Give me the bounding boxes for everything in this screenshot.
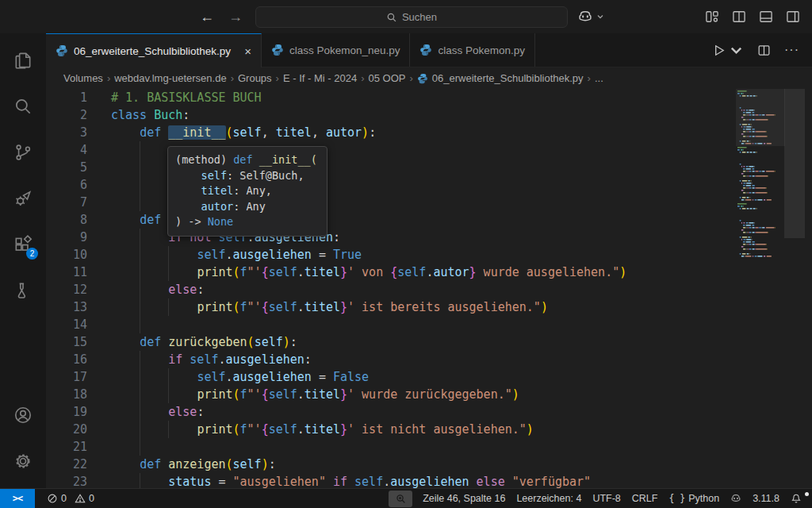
- breadcrumb-item[interactable]: E - If - Mi - 2024: [283, 72, 357, 84]
- indent-guide: [168, 298, 169, 316]
- code-line[interactable]: 15 def zurückgeben(self):: [46, 333, 812, 351]
- toggle-panel-icon[interactable]: [758, 9, 774, 25]
- text: (method): [175, 153, 233, 166]
- code-line[interactable]: 16 if self.ausgeliehen:: [46, 351, 812, 368]
- screenshot-zoom-indicator[interactable]: [389, 491, 412, 507]
- variable: self: [233, 457, 262, 471]
- bracket: ): [619, 265, 626, 279]
- text: [469, 475, 477, 488]
- fstring-brace: }: [340, 300, 347, 314]
- code-line[interactable]: 17 self.ausgeliehen = False: [46, 368, 812, 386]
- tab-pokemon-neu[interactable]: class Pokemon_neu.py: [262, 33, 411, 67]
- minimap-slider[interactable]: [736, 89, 785, 146]
- self-keyword: self: [197, 370, 225, 384]
- code-line[interactable]: 18 print(f"'{self.titel}' wurde zurückge…: [46, 386, 812, 403]
- code-line[interactable]: 11 print(f"'{self.titel}' von {self.auto…: [46, 264, 812, 281]
- self-keyword: self: [269, 422, 297, 437]
- indent-guide: [140, 421, 140, 438]
- code-line[interactable]: 22 def anzeigen(self):: [46, 456, 812, 473]
- explorer-icon[interactable]: [4, 41, 42, 79]
- line-number: 14: [46, 316, 87, 333]
- language-mode[interactable]: { } Python: [663, 493, 725, 504]
- code-line[interactable]: 4: [46, 141, 812, 159]
- indent-guide: [140, 159, 140, 176]
- magnifier-plus-icon: [396, 494, 406, 504]
- keyword: def: [140, 335, 161, 349]
- tab-pokemon[interactable]: class Pokemon.py: [410, 33, 535, 67]
- run-python-file-button[interactable]: [711, 43, 744, 58]
- command-center-search[interactable]: Suchen: [255, 6, 568, 28]
- search-view-icon[interactable]: [4, 87, 42, 125]
- bracket: ): [362, 125, 369, 140]
- tab-label: 06_erweiterte_Schulbibliothek.py: [74, 45, 231, 57]
- encoding-setting[interactable]: UTF-8: [587, 493, 626, 504]
- line-number: 1: [46, 89, 87, 106]
- line-number: 2: [46, 106, 87, 124]
- bracket: (: [233, 422, 240, 437]
- forward-icon[interactable]: →: [228, 10, 243, 24]
- function-name: __init__(: [259, 153, 317, 166]
- notifications-bell[interactable]: [785, 493, 807, 504]
- text: .: [297, 387, 304, 402]
- indent-guide: [140, 176, 140, 194]
- bracket: (: [247, 335, 255, 349]
- code-line[interactable]: 9 if not self.ausgeliehen:: [46, 229, 812, 246]
- problems-indicator[interactable]: 0 0: [41, 493, 100, 504]
- line-number: 3: [46, 124, 87, 141]
- python-icon: [419, 44, 432, 56]
- python-interpreter-version[interactable]: 3.11.8: [747, 493, 785, 504]
- cursor-position[interactable]: Zeile 46, Spalte 16: [417, 493, 511, 504]
- more-actions-icon[interactable]: ···: [784, 43, 799, 57]
- breadcrumb-item[interactable]: ...: [595, 72, 603, 84]
- remote-indicator[interactable]: ><: [0, 489, 35, 508]
- split-editor-icon[interactable]: [756, 43, 772, 58]
- code-line[interactable]: 13 print(f"'{self.titel}' ist bereits au…: [46, 298, 812, 316]
- breadcrumb-item[interactable]: webdav.lmg-uetersen.de: [114, 72, 226, 84]
- code-line[interactable]: 12 else:: [46, 281, 812, 298]
- code-line[interactable]: 20 print(f"'{self.titel}' ist nicht ausg…: [46, 421, 812, 438]
- copilot-status[interactable]: [725, 493, 747, 504]
- split-editor-icon[interactable]: [731, 9, 747, 25]
- account-icon[interactable]: [4, 396, 42, 434]
- indent-guide: [140, 438, 140, 456]
- line-number: 19: [46, 403, 87, 421]
- indentation-setting[interactable]: Leerzeichen: 4: [511, 493, 587, 504]
- tab-schulbibliothek[interactable]: 06_erweiterte_Schulbibliothek.py ×: [46, 33, 262, 67]
- breadcrumb-item[interactable]: Groups: [238, 72, 272, 84]
- code-line[interactable]: 1# 1. BASISKLASSE BUCH: [46, 89, 812, 106]
- run-debug-icon[interactable]: [4, 179, 42, 217]
- text: [147, 108, 154, 122]
- close-tab-icon[interactable]: ×: [244, 44, 251, 58]
- extensions-icon[interactable]: 2: [4, 225, 42, 264]
- code-line[interactable]: 19 else:: [46, 403, 812, 421]
- back-icon[interactable]: ←: [200, 10, 214, 24]
- keyword: def: [233, 153, 252, 166]
- indent-guide: [168, 246, 169, 264]
- code-line[interactable]: 6: [46, 176, 812, 194]
- vertical-scrollbar[interactable]: [784, 89, 805, 238]
- breadcrumb-item[interactable]: 05 OOP: [369, 72, 406, 84]
- code-line[interactable]: 5: [46, 159, 812, 176]
- eol-setting[interactable]: CRLF: [626, 493, 664, 504]
- text: [505, 475, 512, 488]
- copilot-menu[interactable]: [577, 9, 604, 25]
- testing-icon[interactable]: [4, 271, 42, 310]
- code-line[interactable]: 8 def: [46, 211, 812, 229]
- settings-gear-icon[interactable]: [4, 442, 42, 480]
- code-line[interactable]: 2class Buch:: [46, 106, 812, 124]
- code-line[interactable]: 21: [46, 438, 812, 456]
- breadcrumb-item[interactable]: 06_erweiterte_Schulbibliothek.py: [417, 72, 584, 84]
- source-control-icon[interactable]: [4, 133, 42, 171]
- breadcrumb-item[interactable]: Volumes: [63, 72, 103, 84]
- code-line[interactable]: 7: [46, 194, 812, 211]
- customize-layout-icon[interactable]: [704, 9, 720, 25]
- control-keyword: else: [168, 405, 197, 419]
- code-line[interactable]: 10 self.ausgeliehen = True: [46, 246, 812, 264]
- code-line[interactable]: 23 status = "ausgeliehen" if self.ausgel…: [46, 473, 812, 488]
- function-name: print: [197, 387, 232, 402]
- code-line[interactable]: 3 def __init__(self, titel, autor):: [46, 124, 812, 141]
- code-line[interactable]: 14: [46, 316, 812, 333]
- highlighted-symbol: __init__: [168, 125, 225, 140]
- variable: titel: [304, 265, 340, 279]
- toggle-secondary-sidebar-icon[interactable]: [785, 9, 801, 25]
